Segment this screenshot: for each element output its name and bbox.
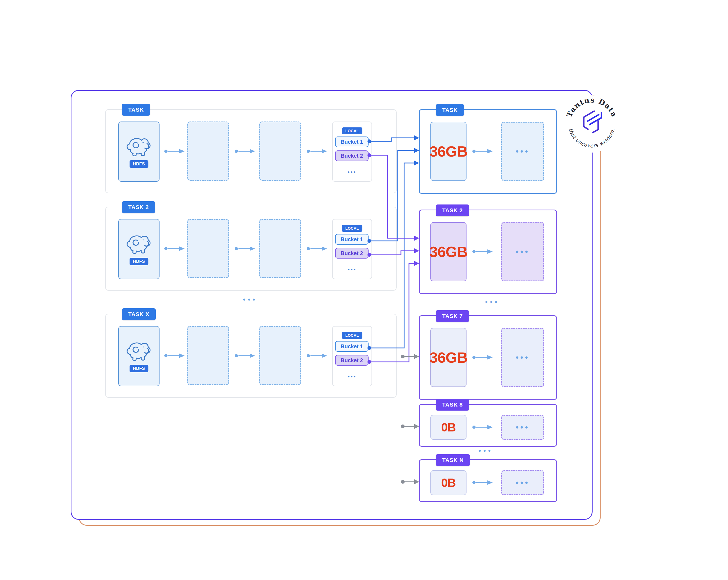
- flow-arrow-icon: [164, 246, 186, 252]
- more-tasks-ellipsis: •••: [464, 447, 507, 455]
- dest-task-box-8: TASK 8 0B •••: [419, 404, 557, 447]
- ellipsis: •••: [516, 423, 530, 432]
- output-placeholder: •••: [501, 222, 544, 281]
- local-storage-panel: LOCAL Bucket 1 Bucket 2 •••: [332, 122, 372, 182]
- more-tasks-ellipsis: •••: [229, 295, 272, 304]
- local-label: LOCAL: [342, 225, 362, 232]
- more-buckets-ellipsis: •••: [333, 374, 371, 380]
- dest-task-box-n: TASK N 0B •••: [419, 459, 557, 502]
- bucket-2: Bucket 2: [335, 248, 368, 259]
- hadoop-elephant-icon: [125, 233, 153, 255]
- task-size-value: 0B: [431, 470, 467, 495]
- hdfs-label: HDFS: [130, 365, 148, 372]
- diagram-canvas: TASK HDFS LOCAL Bucket 1 Bucket 2 •••: [0, 0, 728, 580]
- pipeline-stage-placeholder: [187, 122, 229, 181]
- flow-arrow-icon: [306, 246, 329, 252]
- task-badge: TASK: [436, 104, 464, 116]
- output-placeholder: •••: [501, 122, 544, 181]
- pipeline-stage-placeholder: [259, 326, 301, 385]
- dest-task-box-7: TASK 7 36GB •••: [419, 315, 557, 400]
- dest-task-box-1: TASK 36GB •••: [419, 109, 557, 194]
- dest-task-box-2: TASK 2 36GB •••: [419, 210, 557, 294]
- hdfs-node: HDFS: [118, 122, 159, 182]
- output-placeholder: •••: [501, 328, 544, 387]
- more-tasks-ellipsis: •••: [471, 298, 514, 306]
- task-size-value: 36GB: [431, 122, 467, 181]
- hadoop-elephant-icon: [125, 340, 153, 362]
- task-size-value: 0B: [431, 415, 467, 440]
- more-buckets-ellipsis: •••: [333, 267, 371, 273]
- hdfs-label: HDFS: [130, 258, 148, 265]
- flow-arrow-icon: [472, 480, 494, 485]
- more-buckets-ellipsis: •••: [333, 169, 371, 175]
- flow-arrow-icon: [164, 148, 186, 154]
- task-badge: TASK 2: [122, 201, 155, 213]
- bucket-2: Bucket 2: [335, 151, 368, 161]
- task-badge: TASK X: [122, 308, 156, 320]
- pipeline-stage-placeholder: [259, 122, 301, 181]
- flow-arrow-icon: [472, 249, 494, 255]
- local-storage-panel: LOCAL Bucket 1 Bucket 2 •••: [332, 219, 372, 279]
- ellipsis: •••: [516, 247, 530, 257]
- task-badge: TASK 2: [436, 205, 469, 216]
- ellipsis: •••: [516, 353, 530, 362]
- hdfs-node: HDFS: [118, 219, 159, 279]
- local-label: LOCAL: [342, 127, 362, 134]
- flow-arrow-icon: [472, 148, 494, 154]
- pipeline-stage-placeholder: [187, 219, 229, 278]
- flow-arrow-icon: [472, 424, 494, 430]
- pipeline-stage-placeholder: [187, 326, 229, 385]
- flow-arrow-icon: [164, 353, 186, 359]
- flow-arrow-icon: [472, 354, 494, 360]
- source-task-group-2: TASK 2 HDFS LOCAL Bucket 1 Bucket 2 •••: [105, 207, 397, 291]
- ellipsis: •••: [516, 147, 530, 156]
- bucket-1: Bucket 1: [335, 234, 368, 245]
- task-badge: TASK N: [436, 454, 470, 466]
- hadoop-elephant-icon: [125, 135, 153, 158]
- bucket-1: Bucket 1: [335, 341, 368, 352]
- hdfs-label: HDFS: [130, 160, 148, 168]
- ellipsis: •••: [516, 478, 530, 487]
- flow-arrow-icon: [234, 246, 257, 252]
- bucket-1: Bucket 1: [335, 136, 368, 147]
- flow-arrow-icon: [306, 148, 329, 154]
- task-badge: TASK 7: [436, 310, 469, 322]
- hdfs-node: HDFS: [118, 326, 159, 386]
- task-badge: TASK 8: [436, 399, 469, 411]
- task-size-value: 36GB: [431, 222, 467, 281]
- task-badge: TASK: [122, 104, 150, 115]
- flow-arrow-icon: [234, 353, 257, 359]
- flow-arrow-icon: [306, 353, 329, 359]
- task-size-value: 36GB: [431, 328, 467, 387]
- tantus-data-logo: Tantus Data that uncovers wisdom.: [562, 94, 622, 154]
- bucket-2: Bucket 2: [335, 355, 368, 366]
- output-placeholder: •••: [501, 415, 544, 440]
- pipeline-stage-placeholder: [259, 219, 301, 278]
- local-label: LOCAL: [342, 332, 362, 339]
- source-task-group-1: TASK HDFS LOCAL Bucket 1 Bucket 2 •••: [105, 109, 397, 193]
- local-storage-panel: LOCAL Bucket 1 Bucket 2 •••: [332, 326, 372, 386]
- source-task-group-x: TASK X HDFS LOCAL Bucket 1 Bucket 2 •••: [105, 314, 397, 398]
- output-placeholder: •••: [501, 470, 544, 495]
- flow-arrow-icon: [234, 148, 257, 154]
